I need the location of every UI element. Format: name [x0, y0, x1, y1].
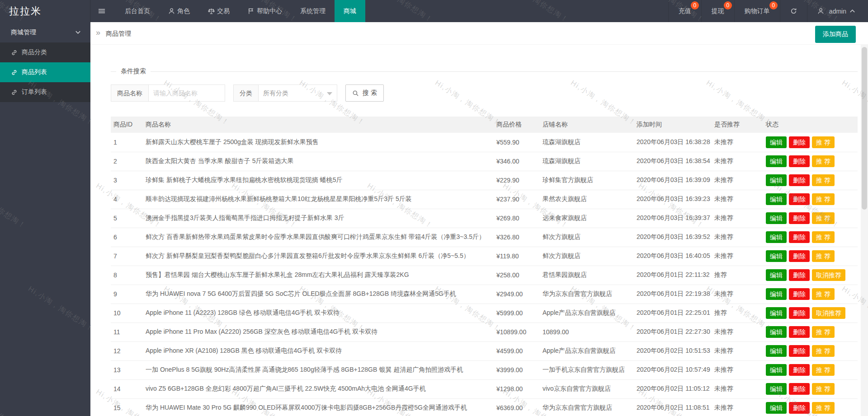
- search-button-label: 搜 索: [363, 89, 377, 97]
- edit-button[interactable]: 编辑: [766, 136, 787, 148]
- user-menu[interactable]: admin: [807, 0, 868, 22]
- recommend-button[interactable]: 推 荐: [812, 288, 835, 300]
- recommend-button[interactable]: 推 荐: [812, 174, 835, 186]
- edit-button[interactable]: 编辑: [766, 383, 787, 395]
- created-time: 2020年06月02日 11:08:51: [634, 398, 712, 416]
- sidebar-item-product-categories[interactable]: 商品分类: [0, 42, 90, 62]
- table-column-header: 是否推荐: [712, 117, 763, 133]
- delete-button[interactable]: 删除: [789, 155, 810, 167]
- product-price: ¥559.90: [494, 133, 540, 152]
- vertical-scrollbar[interactable]: [861, 45, 868, 416]
- product-row: 6鲜次方 百香果新鲜热带水果鸡蛋果紫皮果时令应季水果果园直供酸爽可口榨汁鸡蛋果京…: [111, 228, 858, 247]
- category-label: 分类: [233, 84, 259, 102]
- nav-item-label: 交易: [217, 7, 230, 15]
- edit-button[interactable]: 编辑: [766, 250, 787, 262]
- created-time: 2020年06月01日 22:11:32: [634, 266, 712, 285]
- recommend-button[interactable]: 推 荐: [812, 402, 835, 414]
- notification-badge: 0: [691, 1, 699, 9]
- product-row: 7鲜次方 新鲜早酥梨皇冠梨香梨鸭梨脆甜白心多汁果园直发整箱6斤批发时令应季水果京…: [111, 247, 858, 266]
- edit-button[interactable]: 编辑: [766, 288, 787, 300]
- delete-button[interactable]: 删除: [789, 250, 810, 262]
- nav-item-system-management[interactable]: 系统管理: [291, 0, 335, 22]
- edit-button[interactable]: 编辑: [766, 174, 787, 186]
- recommend-button[interactable]: 推 荐: [812, 212, 835, 224]
- recommend-button[interactable]: 推 荐: [812, 326, 835, 338]
- delete-button[interactable]: 删除: [789, 402, 810, 414]
- navbar-right: 充值0提现0购物订单0admin: [668, 0, 868, 22]
- delete-button[interactable]: 删除: [789, 326, 810, 338]
- shop-name: 10899.00: [540, 323, 634, 341]
- edit-button[interactable]: 编辑: [766, 231, 787, 243]
- nav-item-mall[interactable]: 商城: [335, 0, 365, 22]
- sidebar-group-mall-management[interactable]: 商城管理: [0, 22, 90, 42]
- nav-item-trade[interactable]: 交易: [199, 0, 239, 22]
- hamburger-menu-button[interactable]: [90, 0, 116, 22]
- scrollbar-thumb[interactable]: [862, 47, 867, 210]
- delete-button[interactable]: 删除: [789, 364, 810, 376]
- product-id: 11: [111, 323, 143, 341]
- edit-button[interactable]: 编辑: [766, 269, 787, 281]
- product-row: 10Apple iPhone 11 (A2223) 128GB 绿色 移动联通电…: [111, 304, 858, 323]
- product-row: 11Apple iPhone 11 Pro Max (A2220) 256GB …: [111, 323, 858, 341]
- edit-button[interactable]: 编辑: [766, 307, 787, 319]
- edit-button[interactable]: 编辑: [766, 326, 787, 338]
- product-id: 15: [111, 398, 143, 416]
- product-id: 9: [111, 285, 143, 304]
- recommend-button[interactable]: 推 荐: [812, 383, 835, 395]
- user-name: admin: [829, 8, 846, 15]
- product-row: 15华为 HUAWEI Mate 30 Pro 5G 麒麟990 OLED环幕屏…: [111, 398, 858, 416]
- delete-button[interactable]: 删除: [789, 307, 810, 319]
- edit-button[interactable]: 编辑: [766, 193, 787, 205]
- add-product-button[interactable]: 添加商品: [815, 26, 856, 43]
- refresh-button[interactable]: [780, 0, 807, 22]
- delete-button[interactable]: 删除: [789, 136, 810, 148]
- delete-button[interactable]: 删除: [789, 193, 810, 205]
- row-actions: 编辑删除推 荐: [763, 228, 858, 247]
- sidebar-item-order-list[interactable]: 订单列表: [0, 82, 90, 102]
- recommend-button[interactable]: 推 荐: [812, 231, 835, 243]
- nav-item-dashboard[interactable]: 后台首页: [116, 0, 159, 22]
- shop-name: 果然农夫旗舰店: [540, 190, 634, 209]
- delete-button[interactable]: 删除: [789, 345, 810, 357]
- delete-button[interactable]: 删除: [789, 269, 810, 281]
- sidebar: 商城管理 商品分类商品列表订单列表: [0, 22, 90, 416]
- nav-item-shop-orders[interactable]: 购物订单0: [734, 0, 780, 22]
- chevron-down-icon: [75, 29, 81, 36]
- edit-button[interactable]: 编辑: [766, 402, 787, 414]
- product-price: ¥326.80: [494, 228, 540, 247]
- edit-button[interactable]: 编辑: [766, 212, 787, 224]
- delete-button[interactable]: 删除: [789, 212, 810, 224]
- nav-item-roles[interactable]: 角色: [159, 0, 199, 22]
- edit-button[interactable]: 编辑: [766, 345, 787, 357]
- created-time: 2020年06月03日 16:38:54: [634, 152, 712, 171]
- product-name-input[interactable]: [148, 84, 225, 102]
- cancel-recommend-button[interactable]: 取消推荐: [812, 269, 845, 281]
- product-id: 13: [111, 360, 143, 379]
- search-button[interactable]: 搜 索: [345, 84, 384, 102]
- product-row: 14vivo Z5 6GB+128GB 全息幻彩 4800万超广角AI三摄手机 …: [111, 379, 858, 398]
- sidebar-item-product-list[interactable]: 商品列表: [0, 62, 90, 82]
- row-actions: 编辑删除推 荐: [763, 133, 858, 152]
- product-row: 8预售】君恬果园 烟台大樱桃山东车厘子新鲜水果礼盒 28mm左右大果礼品福利 露…: [111, 266, 858, 285]
- recommend-button[interactable]: 推 荐: [812, 345, 835, 357]
- cancel-recommend-button[interactable]: 取消推荐: [812, 307, 845, 319]
- delete-button[interactable]: 删除: [789, 383, 810, 395]
- delete-button[interactable]: 删除: [789, 174, 810, 186]
- edit-button[interactable]: 编辑: [766, 364, 787, 376]
- recommend-button[interactable]: 推 荐: [812, 250, 835, 262]
- delete-button[interactable]: 删除: [789, 231, 810, 243]
- category-select[interactable]: 所有分类: [258, 84, 337, 102]
- delete-button[interactable]: 删除: [789, 288, 810, 300]
- recommend-button[interactable]: 推 荐: [812, 155, 835, 167]
- nav-item-recharge[interactable]: 充值0: [668, 0, 701, 22]
- recommend-button[interactable]: 推 荐: [812, 193, 835, 205]
- product-row: 5澳洲金手指黑提3斤装美人指葡萄黑手指进口拇指无籽提子新鲜水果 3斤¥269.8…: [111, 209, 858, 228]
- recommend-button[interactable]: 推 荐: [812, 364, 835, 376]
- sidebar-item-label: 商品列表: [22, 68, 47, 76]
- nav-item-help-center[interactable]: 帮助中心: [239, 0, 291, 22]
- nav-item-withdraw[interactable]: 提现0: [701, 0, 734, 22]
- product-price: ¥269.80: [494, 209, 540, 228]
- created-time: 2020年06月03日 16:40:05: [634, 247, 712, 266]
- edit-button[interactable]: 编辑: [766, 155, 787, 167]
- recommend-button[interactable]: 推 荐: [812, 136, 835, 148]
